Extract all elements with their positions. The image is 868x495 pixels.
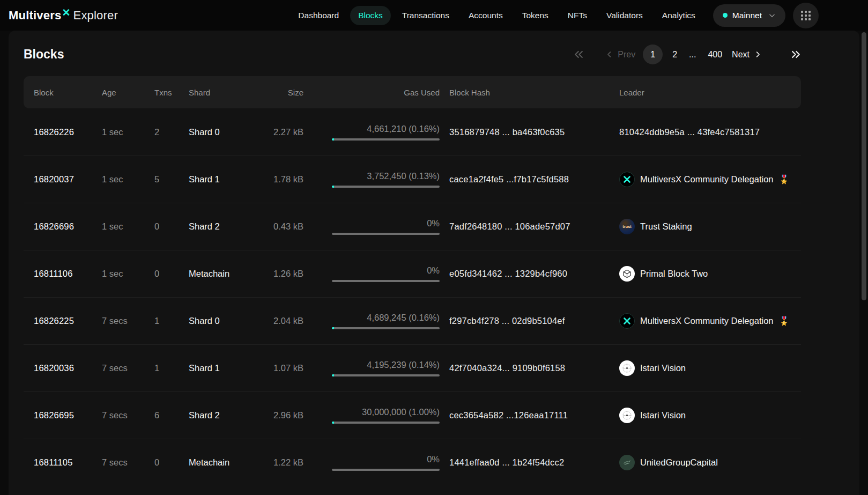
nav-item-transactions[interactable]: Transactions [394,6,457,25]
block-age: 1 sec [102,221,154,232]
shard-link[interactable]: Shard 1 [189,363,236,373]
multiversx-explorer-logo[interactable]: Multivers✕Explorer [9,9,118,23]
leader-name-link[interactable]: Istari Vision [640,363,686,373]
page-ellipsis: ... [687,50,698,60]
istari-vision-icon [619,408,635,423]
block-txns: 0 [154,221,189,232]
leader-cell[interactable]: Istari Vision [619,360,791,376]
block-id-link[interactable]: 16826225 [34,316,102,326]
apps-menu-button[interactable] [793,3,819,28]
gas-used-value: 4,661,210 (0.16%) [367,124,440,134]
gas-progress-bar [332,469,440,471]
block-id-link[interactable]: 16826696 [34,221,102,232]
leader-cell[interactable]: 810424ddb9e5a ... 43fe4c7581317 [619,127,791,137]
nav-item-nfts[interactable]: NFTs [560,6,595,25]
leader-address-link[interactable]: 810424ddb9e5a ... 43fe4c7581317 [619,127,760,137]
block-hash-link[interactable]: f297cb4f278 ... 02d9b5104ef [440,316,619,326]
gas-used-cell: 3,752,450 (0.13%) [303,171,440,188]
gas-used-value: 4,195,239 (0.14%) [367,360,440,370]
leader-name-link[interactable]: Istari Vision [640,410,686,420]
block-id-link[interactable]: 16811105 [34,457,102,468]
table-row[interactable]: 16820037 1 sec 5 Shard 1 1.78 kB 3,752,4… [24,156,801,203]
leader-name-link[interactable]: MultiversX Community Delegation [640,174,774,184]
table-row[interactable]: 16826225 7 secs 1 Shard 0 2.04 kB 4,689,… [24,297,801,344]
nav-item-analytics[interactable]: Analytics [654,6,703,25]
block-hash-link[interactable]: 7adf2648180 ... 106ade57d07 [440,221,619,232]
block-size: 1.26 kB [236,269,303,279]
block-size: 1.78 kB [236,174,303,184]
table-row[interactable]: 16811106 1 sec 0 Metachain 1.26 kB 0% e0… [24,250,801,297]
page-button-400[interactable]: 400 [706,50,724,60]
chevron-right-icon [754,50,762,58]
block-age: 1 sec [102,174,154,184]
block-hash-link[interactable]: e05fd341462 ... 1329b4cf960 [440,269,619,279]
pagination: Prev 1 2 ... 400 Next [574,45,801,64]
prev-page-button[interactable]: Prev [605,50,635,60]
block-id-link[interactable]: 16826226 [34,127,102,137]
shard-link[interactable]: Metachain [189,457,236,468]
shard-link[interactable]: Shard 1 [189,174,236,184]
table-row[interactable]: 16820036 7 secs 1 Shard 1 1.07 kB 4,195,… [24,344,801,391]
gas-progress-bar [332,327,440,329]
shard-link[interactable]: Shard 2 [189,221,236,232]
nav-item-accounts[interactable]: Accounts [461,6,511,25]
page-button-2[interactable]: 2 [670,50,679,60]
next-page-button[interactable]: Next [732,50,762,60]
nav-links: Dashboard Blocks Transactions Accounts T… [290,6,703,25]
first-page-button[interactable] [574,49,584,60]
block-txns: 2 [154,127,189,137]
block-id-link[interactable]: 16811106 [34,269,102,279]
nav-item-dashboard[interactable]: Dashboard [290,6,347,25]
table-row[interactable]: 16811105 7 secs 0 Metachain 1.22 kB 0% 1… [24,439,801,486]
block-size: 2.04 kB [236,316,303,326]
nav-item-tokens[interactable]: Tokens [514,6,557,25]
block-age: 7 secs [102,316,154,326]
unitedgroup-capital-icon [619,455,635,470]
block-id-link[interactable]: 16826695 [34,410,102,420]
block-txns: 1 [154,363,189,373]
block-id-link[interactable]: 16820037 [34,174,102,184]
last-page-button[interactable] [791,49,801,60]
blocks-panel: Blocks Prev 1 2 ... 400 Next [9,31,859,495]
nav-item-validators[interactable]: Validators [598,6,651,25]
block-id-link[interactable]: 16820036 [34,363,102,373]
gas-used-value: 3,752,450 (0.13%) [367,171,440,181]
block-hash-link[interactable]: cec3654a582 ...126eaa17111 [440,410,619,420]
leader-cell[interactable]: trust Trust Staking [619,219,791,234]
shard-link[interactable]: Shard 0 [189,127,236,137]
leader-name-link[interactable]: Primal Block Two [640,269,708,279]
table-row[interactable]: 16826695 7 secs 6 Shard 2 2.96 kB 30,000… [24,391,801,439]
table-row[interactable]: 16826226 1 sec 2 Shard 0 2.27 kB 4,661,2… [24,108,801,156]
block-age: 7 secs [102,363,154,373]
blocks-table: Block Age Txns Shard Size Gas Used Block… [24,76,801,486]
gas-used-value: 4,689,245 (0.16%) [367,313,440,323]
scrollbar[interactable] [862,32,866,300]
trust-staking-icon: trust [619,219,635,234]
network-selector[interactable]: Mainnet [713,4,785,27]
block-hash-link[interactable]: 42f7040a324... 9109b0f6158 [440,363,619,373]
nav-item-blocks[interactable]: Blocks [350,6,391,25]
leader-name-link[interactable]: MultiversX Community Delegation [640,316,774,326]
shard-link[interactable]: Shard 0 [189,316,236,326]
col-header-gas: Gas Used [303,88,440,97]
shard-link[interactable]: Shard 2 [189,410,236,420]
leader-cell[interactable]: UnitedGroupCapital [619,455,791,470]
leader-cell[interactable]: MultiversX Community Delegation 🎖️ [619,313,791,329]
block-hash-link[interactable]: cace1a2f4fe5 ...f7b17c5fd588 [440,174,619,184]
leader-cell[interactable]: Istari Vision [619,408,791,423]
page-title: Blocks [24,47,64,62]
block-hash-link[interactable]: 1441effaa0d ... 1b24f54dcc2 [440,457,619,468]
block-size: 2.96 kB [236,410,303,420]
leader-cell[interactable]: MultiversX Community Delegation 🎖️ [619,172,791,187]
leader-cell[interactable]: Primal Block Two [619,266,791,282]
page-button-1[interactable]: 1 [643,45,663,64]
leader-name-link[interactable]: Trust Staking [640,221,692,232]
gas-used-value: 30,000,000 (1.00%) [362,407,440,417]
block-hash-link[interactable]: 3516879748 ... ba463f0c635 [440,127,619,137]
leader-name-link[interactable]: UnitedGroupCapital [640,457,718,468]
block-age: 1 sec [102,127,154,137]
block-age: 1 sec [102,269,154,279]
table-row[interactable]: 16826696 1 sec 0 Shard 2 0.43 kB 0% 7adf… [24,203,801,250]
shard-link[interactable]: Metachain [189,269,236,279]
leader-medal-icon: 🎖️ [779,174,790,184]
